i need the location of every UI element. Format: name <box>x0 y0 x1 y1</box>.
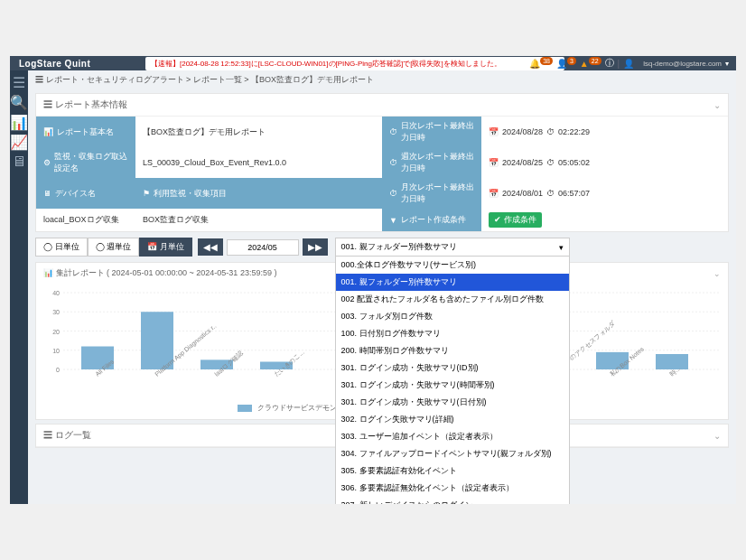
sidebar: ☰ 🔍 📊 📈 🖥 <box>10 70 28 504</box>
alert-banner[interactable]: 【速報】[2024-08-28 12:52:33]に[LSC-CLOUD-WIN… <box>145 57 564 70</box>
info-label: ⏱月次レポート最終出力日時 <box>382 178 481 209</box>
sidebar-menu-icon[interactable]: ☰ <box>13 76 25 89</box>
list-icon: ☰ <box>43 99 55 109</box>
info-value: 📅2024/08/25 ⏱05:05:02 <box>481 147 728 178</box>
chevron-down-icon[interactable]: ▾ <box>725 60 729 68</box>
svg-text:20: 20 <box>52 329 60 335</box>
breadcrumb: ☰ レポート・セキュリティログアラート > レポート一覧 > 【BOX監査ログ】… <box>28 70 736 89</box>
info-label: ⏱日次レポート最終出力日時 <box>382 117 481 147</box>
dropdown-item[interactable]: 000.全体ログ件数サマリ(サービス別) <box>336 257 569 274</box>
clock-icon: ⏱ <box>389 189 397 198</box>
clock-icon: ⏱ <box>546 189 555 198</box>
dropdown-item[interactable]: 307. 新しいデバイスからのログイン <box>336 497 569 504</box>
create-condition-button[interactable]: ✔ 作成条件 <box>489 212 542 228</box>
info-label: ⚙監視・収集ログ取込設定名 <box>36 147 135 178</box>
top-icons: 🔔38 👤3 ▲22 ⓘ | 👤 lsq-demo@logstare.com ▾ <box>529 57 729 70</box>
check-icon: ✔ <box>494 215 504 224</box>
info-icon[interactable]: ⓘ <box>605 57 614 70</box>
chevron-down-icon[interactable]: ⌄ <box>713 100 721 110</box>
svg-text:30: 30 <box>52 309 60 315</box>
list-icon: ☰ <box>43 430 55 440</box>
period-input[interactable] <box>227 239 299 256</box>
warning-icon[interactable]: ▲22 <box>580 59 601 69</box>
circle-icon: ◯ <box>96 242 107 251</box>
info-value: loacal_BOXログ収集 <box>36 209 135 231</box>
chart-icon: 📊 <box>43 268 56 277</box>
dropdown-item[interactable]: 003. フォルダ別ログ件数 <box>336 308 569 325</box>
dropdown-item[interactable]: 002 配置されたフォルダ名も含めたファイル別ログ件数 <box>336 291 569 308</box>
dropdown-item[interactable]: 100. 日付別ログ件数サマリ <box>336 325 569 342</box>
top-bar: LogStare Quint 【速報】[2024-08-28 12:52:33]… <box>10 56 736 70</box>
clock-icon: ⏱ <box>546 158 555 167</box>
svg-text:40: 40 <box>52 290 60 296</box>
info-value: ✔ 作成条件 <box>481 209 728 231</box>
day-button[interactable]: ◯ 日単位 <box>35 238 88 257</box>
report-select[interactable]: 001. 親フォルダー別件数サマリ ▾ 000.全体ログ件数サマリ(サービス別)… <box>335 238 570 257</box>
svg-text:10: 10 <box>52 348 60 354</box>
basic-info-panel: ☰ レポート基本情報 ⌄ 📊レポート基本名 【BOX監査ログ】デモ用レポート ⏱… <box>35 93 729 232</box>
calendar-icon: 📅 <box>489 127 499 136</box>
info-label: 🖥デバイス名 <box>36 178 135 209</box>
prev-button[interactable]: ◀◀ <box>198 238 223 256</box>
dropdown-item[interactable]: 001. 親フォルダー別件数サマリ <box>336 274 569 291</box>
dropdown-item[interactable]: 306. 多要素認証無効化イベント（設定者表示） <box>336 480 569 497</box>
dropdown-item[interactable]: 302. ログイン失敗サマリ(詳細) <box>336 411 569 428</box>
sidebar-monitor-icon[interactable]: 🖥 <box>13 155 25 168</box>
info-label: ⏱週次レポート最終出力日時 <box>382 147 481 178</box>
next-button[interactable]: ▶▶ <box>303 238 328 256</box>
avatar-icon[interactable]: 👤 <box>623 59 634 69</box>
dropdown-item[interactable]: 304. ファイルアップロードイベントサマリ(親フォルダ別) <box>336 445 569 462</box>
chevron-down-icon[interactable]: ⌄ <box>713 269 721 278</box>
info-value: BOX監査ログ収集 <box>135 209 382 231</box>
filter-icon: ▼ <box>389 216 397 225</box>
dropdown-item[interactable]: 305. 多要素認証有効化イベント <box>336 462 569 480</box>
clock-icon: ⏱ <box>389 127 397 136</box>
chart-icon: 📊 <box>43 127 53 136</box>
bell-icon[interactable]: 🔔38 <box>529 59 553 69</box>
sidebar-search-icon[interactable]: 🔍 <box>13 96 25 108</box>
monitor-icon: 🖥 <box>43 189 51 198</box>
info-label: ▼レポート作成条件 <box>382 209 481 231</box>
clock-icon: ⏱ <box>546 127 555 136</box>
sidebar-chart-icon[interactable]: 📊 <box>13 116 25 128</box>
dropdown-item[interactable]: 301. ログイン成功・失敗サマリ(ID別) <box>336 359 569 377</box>
chevron-down-icon: ▾ <box>559 243 564 252</box>
dropdown-item[interactable]: 301. ログイン成功・失敗サマリ(時間帯別) <box>336 377 569 394</box>
circle-icon: ◯ <box>43 242 55 251</box>
dropdown-item[interactable]: 200. 時間帯別ログ件数サマリ <box>336 342 569 359</box>
info-value: 【BOX監査ログ】デモ用レポート <box>135 117 382 147</box>
calendar-icon: 📅 <box>489 158 499 167</box>
sidebar-report-icon[interactable]: 📈 <box>13 135 25 148</box>
dropdown-list: 000.全体ログ件数サマリ(サービス別)001. 親フォルダー別件数サマリ002… <box>335 256 570 504</box>
breadcrumb-icon: ☰ <box>35 75 46 84</box>
legend-swatch <box>238 405 252 412</box>
info-grid: 📊レポート基本名 【BOX監査ログ】デモ用レポート ⏱日次レポート最終出力日時 … <box>36 117 728 231</box>
user-icon[interactable]: 👤3 <box>556 59 576 69</box>
svg-rect-24 <box>656 354 688 369</box>
dropdown-item[interactable]: 301. ログイン成功・失敗サマリ(日付別) <box>336 394 569 411</box>
info-value: LS_00039_Cloud_Box_Event_Rev1.0.0 <box>135 147 382 178</box>
select-value: 001. 親フォルダー別件数サマリ <box>341 241 457 253</box>
month-button[interactable]: 📅 月単位 <box>139 238 192 257</box>
user-label: lsq-demo@logstare.com <box>643 60 722 68</box>
dropdown-item[interactable]: 303. ユーザー追加イベント（設定者表示） <box>336 428 569 445</box>
period-toolbar: ◯ 日単位 ◯ 週単位 📅 月単位 ◀◀ ▶▶ 001. 親フォルダー別件数サマ… <box>35 238 729 257</box>
week-button[interactable]: ◯ 週単位 <box>88 238 140 257</box>
calendar-icon: 📅 <box>489 189 499 198</box>
flag-icon: ⚑ <box>143 189 150 198</box>
panel-header[interactable]: ☰ レポート基本情報 ⌄ <box>36 94 728 117</box>
gear-icon: ⚙ <box>43 158 51 167</box>
info-label: 📊レポート基本名 <box>36 117 135 147</box>
content: ☰ レポート・セキュリティログアラート > レポート一覧 > 【BOX監査ログ】… <box>28 70 736 504</box>
brand: LogStare Quint <box>19 59 90 69</box>
chevron-down-icon[interactable]: ⌄ <box>713 431 721 441</box>
info-value: 📅2024/08/01 ⏱06:57:07 <box>481 178 728 209</box>
clock-icon: ⏱ <box>389 158 397 167</box>
info-sub-label: ⚑利用監視・収集項目 <box>135 178 382 209</box>
divider: | <box>618 59 620 69</box>
svg-text:0: 0 <box>56 367 60 373</box>
info-value: 📅2024/08/28 ⏱02:22:29 <box>481 117 728 147</box>
calendar-icon: 📅 <box>147 242 160 251</box>
